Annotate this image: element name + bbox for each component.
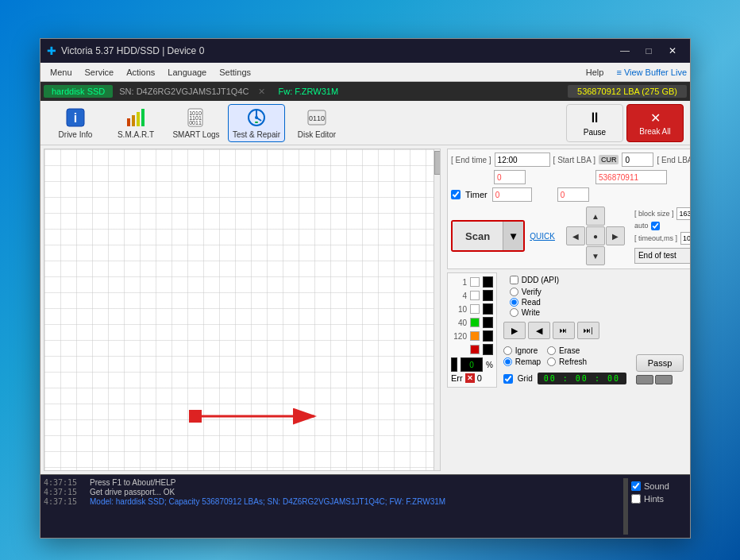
scan-scrollbar-thumb[interactable]: [434, 151, 441, 175]
maximize-button[interactable]: □: [638, 43, 660, 59]
log-scrollbar[interactable]: [623, 478, 628, 535]
log-content: 4:37:15 Press F1 to About/HELP 4:37:15 G…: [44, 478, 620, 535]
lba-value-row: [451, 170, 690, 184]
timer-input2[interactable]: [557, 187, 589, 202]
end-lba-value-input[interactable]: [595, 170, 667, 184]
break-all-label: Break All: [639, 127, 670, 136]
quick-label[interactable]: QUICK: [530, 232, 555, 241]
log-time-3: 4:37:15: [44, 497, 83, 506]
last-button[interactable]: ⏭|: [577, 322, 599, 339]
pause-icon: ⏸: [588, 110, 602, 126]
svg-text:0011: 0011: [189, 120, 202, 126]
menu-menu[interactable]: Menu: [44, 66, 79, 79]
hints-label: Hints: [644, 494, 664, 504]
scan-button-group: Scan ▼: [451, 220, 525, 252]
scan-area: [44, 149, 441, 471]
diamond-down-button[interactable]: ▼: [586, 246, 605, 265]
progress-num-2: 4: [451, 292, 467, 300]
refresh-radio[interactable]: [547, 357, 556, 366]
progress-num-4: 40: [451, 319, 467, 327]
ignore-row: Ignore: [503, 346, 541, 355]
diamond-right-button[interactable]: ▶: [606, 226, 625, 245]
remap-radio[interactable]: [503, 357, 512, 366]
vert-btn-2[interactable]: [655, 375, 673, 384]
test-repair-button[interactable]: Test & Repair: [228, 104, 285, 142]
diamond-grid: ▲ ◀ ● ▶ ▼: [566, 207, 625, 265]
hints-checkbox[interactable]: [631, 494, 641, 504]
drive-info-button[interactable]: i Drive Info: [47, 104, 104, 142]
scan-main-button[interactable]: Scan: [453, 222, 503, 250]
ddd-row: DDD (API): [510, 276, 626, 284]
end-test-dropdown[interactable]: End of test: [634, 248, 690, 264]
drive-tab[interactable]: harddisk SSD: [44, 85, 113, 98]
svg-text:0110: 0110: [309, 114, 325, 122]
app-icon: ✚: [47, 44, 56, 57]
scan-btn-row: Scan ▼ QUICK ▲ ◀: [451, 207, 690, 265]
svg-text:i: i: [74, 111, 77, 125]
menu-language[interactable]: Language: [161, 66, 213, 79]
minimize-button[interactable]: —: [614, 43, 636, 59]
end-test-row: End of test: [634, 246, 690, 264]
play-button[interactable]: ▶: [503, 322, 526, 339]
view-buffer-btn[interactable]: ≡ View Buffer Live: [616, 68, 687, 77]
sound-checkbox[interactable]: [631, 481, 641, 491]
passp-button[interactable]: Passp: [636, 354, 684, 372]
scan-dropdown-button[interactable]: ▼: [503, 222, 523, 250]
auto-checkbox[interactable]: [651, 222, 660, 230]
next-button[interactable]: ⏭: [553, 322, 575, 339]
progress-value-input[interactable]: [461, 357, 483, 372]
log-line-2: 4:37:15 Get drive passport... OK: [44, 488, 620, 496]
start-lba-input[interactable]: [622, 153, 653, 167]
smart-logs-button[interactable]: 1010 1101 0011 SMART Logs: [168, 104, 225, 142]
ignore-erase-group: Ignore Remap: [503, 346, 541, 366]
main-progress-bar: [451, 357, 457, 372]
diamond-left-button[interactable]: ◀: [566, 226, 585, 245]
break-all-button[interactable]: ✕ Break All: [626, 104, 684, 142]
end-time-input[interactable]: [495, 153, 550, 167]
timer-input[interactable]: [492, 187, 532, 202]
prev-button[interactable]: ◀: [528, 322, 550, 339]
timer-checkbox[interactable]: [451, 190, 461, 199]
verify-label: Verify: [522, 288, 542, 296]
drive-info-icon: i: [64, 106, 87, 129]
right-panel: [ End time ] [ Start LBA ] CUR [ End LBA…: [444, 145, 690, 474]
timeout-input[interactable]: [680, 232, 690, 245]
progress-num-5: 120: [451, 332, 467, 341]
progress-row-5: 120: [451, 330, 493, 342]
read-radio-row: Read: [510, 298, 626, 307]
vert-btn-1[interactable]: [636, 375, 653, 384]
erase-radio[interactable]: [547, 346, 556, 355]
start-lba-value-input[interactable]: [494, 170, 526, 184]
ignore-radio[interactable]: [503, 346, 512, 355]
pause-label: Pause: [584, 128, 606, 137]
menu-help[interactable]: Help: [580, 66, 611, 79]
ddd-api-checkbox[interactable]: [510, 276, 518, 284]
diamond-center-button[interactable]: ●: [586, 226, 605, 245]
svg-rect-14: [255, 122, 258, 123]
verify-radio[interactable]: [510, 288, 518, 296]
progress-square-5: [470, 331, 480, 341]
block-controls: [ block size ] ▼ auto [ timeout,ms ]: [634, 207, 690, 265]
transport-row: ▶ ◀ ⏭ ⏭|: [503, 322, 626, 339]
menu-settings[interactable]: Settings: [213, 66, 257, 79]
smart-button[interactable]: S.M.A.R.T: [107, 104, 164, 142]
refresh-label: Refresh: [559, 357, 587, 366]
diamond-up-button[interactable]: ▲: [586, 207, 605, 226]
diamond-empty-3: [566, 246, 585, 265]
log-section: 4:37:15 Press F1 to About/HELP 4:37:15 G…: [40, 474, 690, 538]
scan-scrollbar[interactable]: [434, 149, 440, 470]
write-radio[interactable]: [510, 308, 518, 317]
passp-section: Passp: [633, 272, 687, 388]
read-radio[interactable]: [510, 298, 518, 307]
disk-editor-label: Disk Editor: [298, 130, 336, 139]
grid-checkbox[interactable]: [503, 374, 513, 384]
progress-row-3: 10: [451, 303, 493, 315]
close-button[interactable]: ✕: [661, 43, 684, 59]
end-lba-label: [ End LBA ]: [657, 156, 690, 164]
pause-button[interactable]: ⏸ Pause: [566, 104, 623, 142]
disk-editor-button[interactable]: 0110 Disk Editor: [288, 104, 345, 142]
drive-tab-close[interactable]: ✕: [255, 87, 268, 97]
menu-service[interactable]: Service: [79, 66, 121, 79]
block-size-input[interactable]: [676, 207, 690, 220]
menu-actions[interactable]: Actions: [120, 66, 161, 79]
